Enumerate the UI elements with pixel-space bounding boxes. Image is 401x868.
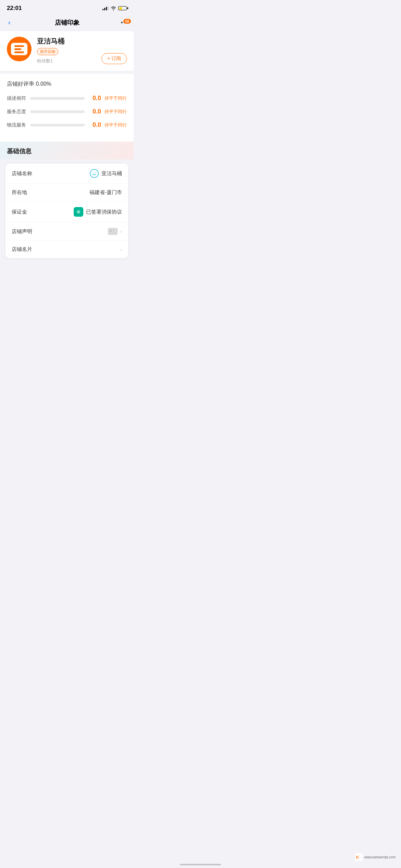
rating-label-logistics: 物流服务 [7,122,26,128]
more-button[interactable]: 58 [121,22,128,23]
rating-bar-description [30,97,85,100]
back-button[interactable]: ‹ [5,17,13,28]
section-divider-1 [0,71,134,74]
svg-rect-4 [110,230,112,232]
rating-overall: 店铺好评率 0.00% [7,81,127,88]
rating-label-description: 描述相符 [7,95,26,101]
info-row-store-name: 店铺名称 亚洁马桶 [5,164,128,184]
rating-row-description: 描述相符 0.0 持平于同行 [7,95,127,102]
store-profile: 亚洁马桶 新开店铺 粉丝数1 + 订阅 [0,31,134,71]
info-value-deposit: 已签署消保协议 [74,207,122,217]
battery-icon [118,6,127,10]
rating-overall-label: 店铺好评率 [7,81,34,87]
nav-bar: ‹ 店铺印象 58 [0,14,134,31]
svg-rect-6 [112,231,114,232]
fans-count: 粉丝数1 [37,58,96,64]
rating-score-logistics: 0.0 [89,121,101,129]
svg-rect-5 [112,230,115,231]
info-value-text-location: 福建省-厦门市 [89,189,122,196]
subscribe-button[interactable]: + 订阅 [101,53,127,64]
chevron-right-icon-2: › [120,246,122,253]
info-row-declaration[interactable]: 店铺声明 › [5,222,128,241]
store-info: 亚洁马桶 新开店铺 粉丝数1 [37,37,96,64]
info-label-declaration: 店铺声明 [12,228,32,235]
info-value-text-deposit: 已签署消保协议 [86,209,122,215]
info-label-location: 所在地 [12,189,27,196]
status-bar: 22:01 [0,0,134,14]
chevron-right-icon: › [120,228,122,234]
shield-icon [74,207,83,217]
rating-score-service: 0.0 [89,108,101,115]
store-name: 亚洁马桶 [37,37,96,46]
rating-label-service: 服务态度 [7,109,26,115]
info-card: 店铺名称 亚洁马桶 所在地 福建省-厦门市 保证金 [5,164,128,258]
rating-status-description: 持平于同行 [105,95,127,101]
wifi-icon [111,6,116,10]
rating-score-description: 0.0 [89,95,101,102]
basic-info-header: 基础信息 [0,142,134,159]
info-label-deposit: 保证金 [12,209,27,215]
info-row-business-card[interactable]: 店铺名片 › [5,241,128,258]
rating-status-logistics: 持平于同行 [105,122,127,128]
bottom-area [0,265,134,334]
svg-rect-7 [110,232,116,233]
status-time: 22:01 [7,5,22,12]
basic-info-title: 基础信息 [7,147,127,155]
info-row-deposit: 保证金 已签署消保协议 [5,202,128,222]
rating-bar-service [30,110,85,113]
notification-badge: 58 [123,19,131,24]
status-icons [102,6,127,10]
svg-point-2 [95,172,96,173]
rating-overall-value: 0.00% [36,81,51,87]
svg-point-1 [93,172,94,173]
rating-section: 店铺好评率 0.00% 描述相符 0.0 持平于同行 服务态度 0.0 持平于同… [0,74,134,142]
svg-point-0 [90,169,98,178]
info-value-business-card: › [120,246,122,253]
info-label-store-name: 店铺名称 [12,170,32,177]
info-row-location: 所在地 福建省-厦门市 [5,184,128,202]
info-value-location: 福建省-厦门市 [89,189,122,196]
info-value-store-name: 亚洁马桶 [90,169,122,178]
rating-row-service: 服务态度 0.0 持平于同行 [7,108,127,115]
id-card-icon [108,228,118,235]
rating-status-service: 持平于同行 [105,109,127,115]
rating-bar-logistics [30,124,85,126]
store-avatar [7,37,32,61]
smile-icon [90,169,99,178]
signal-icon [102,6,109,10]
info-value-declaration: › [108,228,122,235]
info-label-business-card: 店铺名片 [12,246,32,253]
page-title: 店铺印象 [55,19,80,27]
info-value-text-store-name: 亚洁马桶 [101,170,122,177]
rating-row-logistics: 物流服务 0.0 持平于同行 [7,121,127,129]
new-shop-tag: 新开店铺 [37,48,58,55]
